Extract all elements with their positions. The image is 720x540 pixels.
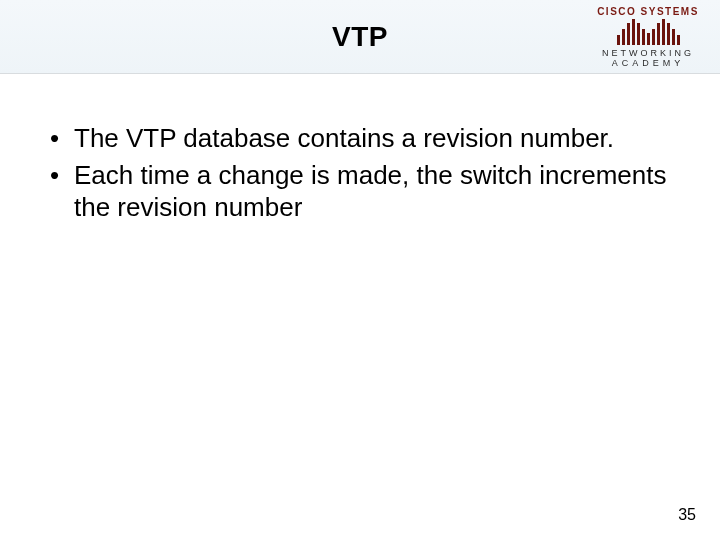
cisco-logo: CISCO SYSTEMS NETWORKING ACADEMY <box>588 6 708 68</box>
slide-title: VTP <box>332 21 388 53</box>
bullet-list: The VTP database contains a revision num… <box>40 122 680 224</box>
logo-brand-text: CISCO SYSTEMS <box>588 6 708 17</box>
logo-sub-line1: NETWORKING <box>588 48 708 58</box>
cisco-bridge-icon <box>588 19 708 45</box>
slide-content: The VTP database contains a revision num… <box>0 74 720 224</box>
logo-sub-line2: ACADEMY <box>588 58 708 68</box>
bullet-item: Each time a change is made, the switch i… <box>40 159 680 224</box>
page-number: 35 <box>678 506 696 524</box>
slide-header: VTP CISCO SYSTEMS NETWORKING ACADEMY <box>0 0 720 74</box>
bullet-item: The VTP database contains a revision num… <box>40 122 680 155</box>
